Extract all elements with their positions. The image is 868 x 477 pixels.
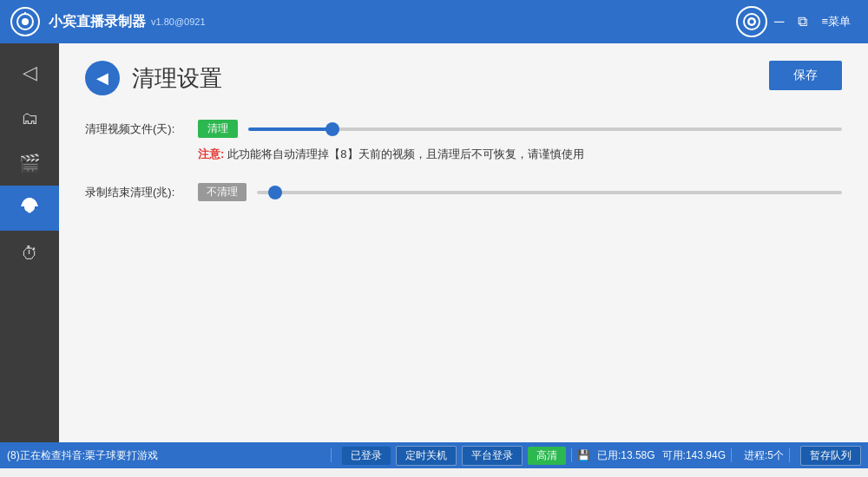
back-icon: ◁ [23, 62, 37, 84]
video-cleanup-slider-container [248, 127, 842, 131]
status-divider-2 [571, 448, 572, 462]
record-cleanup-slider-thumb[interactable] [268, 186, 282, 199]
video-cleanup-badge: 清理 [198, 120, 238, 138]
quality-button[interactable]: 高清 [528, 447, 566, 465]
back-button[interactable]: ◀ [85, 61, 120, 95]
processes-count: 进程:5个 [744, 448, 784, 463]
video-cleanup-slider-track [248, 127, 842, 131]
status-divider-3 [731, 448, 732, 462]
sidebar-item-back[interactable]: ◁ [0, 50, 59, 95]
platform-login-button[interactable]: 平台登录 [462, 446, 523, 466]
sidebar: ◁ 🗂 🎬 ⏱ [0, 43, 59, 442]
login-status-tag: 已登录 [342, 447, 391, 465]
storage-used: 已用:13.58G [597, 448, 655, 463]
app-logo-icon [10, 7, 40, 36]
status-bar: (8)正在检查抖音:栗子球要打游戏 已登录 定时关机 平台登录 高清 💾 已用:… [0, 442, 868, 468]
timer-icon: ⏱ [21, 244, 38, 264]
restore-button[interactable]: ⧉ [791, 10, 814, 33]
storage-icon: 💾 [577, 449, 590, 461]
setting-row-record-cleanup: 录制结束清理(兆): 不清理 [85, 183, 842, 201]
svg-point-1 [22, 18, 29, 25]
record-cleanup-badge: 不清理 [198, 183, 247, 201]
record-cleanup-label: 录制结束清理(兆): [85, 185, 198, 200]
app-version: v1.80@0921 [151, 16, 206, 27]
status-divider-1 [331, 448, 332, 462]
filter-icon [19, 196, 40, 221]
status-divider-4 [789, 448, 790, 462]
app-title: 小宾直播录制器 [49, 13, 146, 31]
record-cleanup-slider-container [257, 191, 842, 194]
queue-button[interactable]: 暂存队列 [800, 446, 861, 466]
page-header: ◀ 清理设置 [85, 61, 842, 95]
menu-button[interactable]: ≡菜单 [814, 10, 858, 33]
setting-row-video-cleanup: 清理视频文件(天): 清理 [85, 120, 842, 138]
sidebar-item-filter[interactable] [0, 186, 59, 231]
running-status-text: (8)正在检查抖音:栗子球要打游戏 [7, 448, 326, 463]
sidebar-item-camera[interactable]: 🎬 [0, 140, 59, 186]
content-area: ◀ 清理设置 保存 清理视频文件(天): 清理 注意: 此功能将自动清理掉【8】… [59, 43, 868, 442]
timer-shutdown-button[interactable]: 定时关机 [396, 446, 457, 466]
sidebar-item-folder[interactable]: 🗂 [0, 95, 59, 140]
storage-avail: 可用:143.94G [662, 448, 726, 463]
camera-icon: 🎬 [19, 153, 41, 173]
main-layout: ◁ 🗂 🎬 ⏱ ◀ 清理设置 保存 清理视频文件(天): [0, 43, 868, 442]
title-bar: 小宾直播录制器 v1.80@0921 ─ ⧉ ≡菜单 [0, 0, 868, 43]
save-button[interactable]: 保存 [769, 61, 842, 90]
sidebar-item-timer[interactable]: ⏱ [0, 231, 59, 276]
folder-icon: 🗂 [21, 108, 38, 128]
svg-point-5 [750, 20, 754, 24]
video-cleanup-slider-thumb[interactable] [326, 122, 339, 136]
warning-prefix: 注意: [198, 147, 224, 162]
record-circle-button[interactable] [736, 6, 767, 37]
page-title: 清理设置 [132, 63, 222, 94]
record-cleanup-slider-track [257, 191, 842, 194]
svg-point-6 [28, 208, 32, 212]
warning-row: 注意: 此功能将自动清理掉【8】天前的视频，且清理后不可恢复，请谨慎使用 [198, 147, 842, 162]
warning-text: 此功能将自动清理掉【8】天前的视频，且清理后不可恢复，请谨慎使用 [227, 147, 583, 162]
video-cleanup-label: 清理视频文件(天): [85, 121, 198, 137]
minimize-button[interactable]: ─ [767, 10, 791, 33]
